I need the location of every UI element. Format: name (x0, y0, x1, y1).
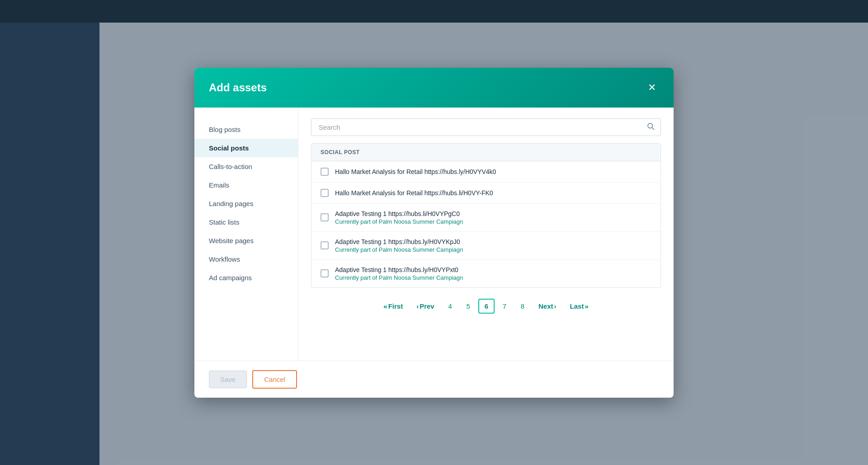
table-row: Adaptive Testing 1 https://hubs.li/H0VYP… (311, 204, 660, 232)
row-text-5: Adaptive Testing 1 https://hubs.ly/H0VYP… (335, 266, 651, 281)
table-row: Hallo Market Analysis for Retail https:/… (311, 161, 660, 183)
main-content: SOCIAL POST Hallo Market Analysis for Re… (298, 108, 674, 361)
page-5-label: 5 (467, 302, 470, 310)
first-double-chevron-icon: « (383, 302, 387, 310)
page-6-label: 6 (485, 302, 488, 310)
prev-chevron-icon: ‹ (416, 302, 419, 310)
close-icon: ✕ (648, 83, 656, 93)
pagination-next-button[interactable]: Next › (533, 299, 562, 313)
row-subtitle-4: Currently part of Palm Noosa Summer Camp… (335, 246, 651, 253)
pagination-last-button[interactable]: Last » (564, 299, 594, 313)
pagination-prev-button[interactable]: ‹ Prev (410, 299, 440, 313)
next-label: Next (538, 302, 553, 310)
cancel-button[interactable]: Cancel (252, 370, 297, 389)
pagination: « First ‹ Prev 4 5 6 (311, 295, 661, 317)
row-checkbox-4[interactable] (321, 241, 329, 249)
pagination-first-button[interactable]: « First (377, 299, 409, 313)
sidebar-item-social-posts[interactable]: Social posts (194, 139, 298, 157)
pagination-page-6[interactable]: 6 (478, 299, 495, 314)
modal-footer: Save Cancel (194, 361, 674, 398)
next-chevron-icon: › (554, 302, 557, 310)
row-checkbox-5[interactable] (321, 269, 329, 277)
modal-header: Add assets ✕ (194, 68, 674, 108)
row-checkbox-2[interactable] (321, 189, 329, 197)
row-title-3: Adaptive Testing 1 https://hubs.li/H0VYP… (335, 210, 651, 217)
pagination-page-8[interactable]: 8 (514, 299, 531, 313)
row-text-4: Adaptive Testing 1 https://hubs.ly/H0VYK… (335, 238, 651, 253)
row-subtitle-5: Currently part of Palm Noosa Summer Camp… (335, 274, 651, 281)
modal: Add assets ✕ Blog posts Social posts Cal… (194, 68, 674, 398)
row-title-5: Adaptive Testing 1 https://hubs.ly/H0VYP… (335, 266, 651, 273)
modal-body: Blog posts Social posts Calls-to-action … (194, 108, 674, 361)
first-label: First (388, 302, 403, 310)
search-container (311, 118, 661, 136)
table-row: Adaptive Testing 1 https://hubs.ly/H0VYP… (311, 260, 660, 287)
last-double-chevron-icon: » (585, 302, 588, 310)
sidebar-item-emails[interactable]: Emails (194, 176, 298, 194)
last-label: Last (570, 302, 584, 310)
row-title-1: Hallo Market Analysis for Retail https:/… (335, 168, 651, 175)
search-input[interactable] (311, 118, 661, 136)
pagination-page-4[interactable]: 4 (442, 299, 458, 313)
row-text-1: Hallo Market Analysis for Retail https:/… (335, 168, 651, 175)
page-7-label: 7 (503, 302, 506, 310)
sidebar-item-static-lists[interactable]: Static lists (194, 213, 298, 231)
row-title-4: Adaptive Testing 1 https://hubs.ly/H0VYK… (335, 238, 651, 245)
sidebar-item-website-pages[interactable]: Website pages (194, 231, 298, 250)
sidebar-item-workflows[interactable]: Workflows (194, 250, 298, 268)
row-text-2: Hallo Market Analysis for Retail https:/… (335, 189, 651, 197)
search-icon (646, 122, 655, 132)
row-subtitle-3: Currently part of Palm Noosa Summer Camp… (335, 218, 651, 225)
svg-line-1 (652, 127, 654, 129)
pagination-page-7[interactable]: 7 (496, 299, 513, 313)
row-checkbox-3[interactable] (321, 213, 329, 221)
close-button[interactable]: ✕ (645, 80, 659, 95)
table-container: SOCIAL POST Hallo Market Analysis for Re… (311, 143, 661, 288)
sidebar-item-landing-pages[interactable]: Landing pages (194, 194, 298, 213)
modal-title: Add assets (209, 81, 267, 94)
sidebar-item-calls-to-action[interactable]: Calls-to-action (194, 157, 298, 176)
sidebar: Blog posts Social posts Calls-to-action … (194, 108, 298, 361)
modal-overlay: Add assets ✕ Blog posts Social posts Cal… (0, 0, 868, 465)
prev-label: Prev (420, 302, 434, 310)
save-button[interactable]: Save (209, 371, 247, 388)
pagination-page-5[interactable]: 5 (460, 299, 476, 313)
row-checkbox-1[interactable] (321, 168, 329, 176)
row-text-3: Adaptive Testing 1 https://hubs.li/H0VYP… (335, 210, 651, 225)
table-header: SOCIAL POST (311, 144, 660, 161)
page-4-label: 4 (448, 302, 452, 310)
sidebar-item-blog-posts[interactable]: Blog posts (194, 120, 298, 139)
page-8-label: 8 (521, 302, 524, 310)
sidebar-item-ad-campaigns[interactable]: Ad campaigns (194, 268, 298, 287)
table-row: Adaptive Testing 1 https://hubs.ly/H0VYK… (311, 232, 660, 260)
row-title-2: Hallo Market Analysis for Retail https:/… (335, 189, 651, 197)
table-row: Hallo Market Analysis for Retail https:/… (311, 183, 660, 204)
